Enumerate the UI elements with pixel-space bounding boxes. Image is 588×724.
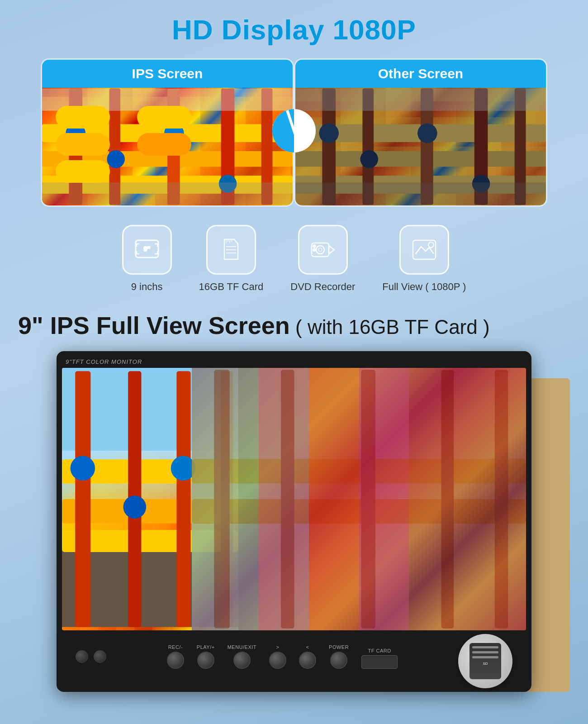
view-icon-box — [399, 225, 449, 275]
main-title: HD Display 1080P — [18, 14, 570, 46]
size-icon-box: 9" — [122, 225, 172, 275]
other-pipes-svg — [295, 88, 546, 205]
ctrl-menu-label: MENU/EXIT — [228, 644, 256, 650]
sd-stripe-3 — [472, 656, 498, 658]
vs-slash: V S — [271, 108, 317, 153]
ctrl-next: > — [269, 644, 286, 669]
svg-rect-60 — [192, 459, 526, 483]
ctrl-menu: MENU/EXIT — [228, 644, 256, 669]
ctrl-prev-label: < — [306, 644, 309, 650]
sd-card-circle: SD — [458, 634, 512, 688]
full-view-icon — [410, 236, 438, 264]
svg-point-8 — [66, 124, 85, 143]
screen-overlay — [192, 368, 526, 630]
svg-point-43 — [313, 245, 315, 248]
svg-point-25 — [319, 124, 339, 143]
svg-point-9 — [107, 150, 125, 168]
page-wrapper: HD Display 1080P IPS Screen — [0, 0, 588, 724]
ips-pipes-svg — [42, 88, 293, 205]
size-label: 9 inchs — [131, 281, 163, 293]
svg-point-42 — [318, 248, 322, 252]
svg-point-58 — [123, 495, 146, 519]
svg-rect-53 — [75, 371, 90, 627]
feature-view: Full View ( 1080P ) — [382, 225, 466, 293]
comparison-section: IPS Screen — [18, 58, 570, 207]
other-screen-box: Other Screen — [294, 58, 547, 207]
view-label: Full View ( 1080P ) — [382, 281, 466, 293]
btn-play[interactable] — [197, 652, 214, 669]
svg-rect-61 — [192, 499, 526, 524]
sd-card-area: SD — [458, 634, 512, 679]
svg-point-57 — [71, 456, 95, 481]
ctrl-power-label: POWER — [329, 644, 349, 650]
btn-next[interactable] — [269, 652, 286, 669]
controls-row: REC/- PLAY/+ MENU/EXIT > — [167, 644, 398, 669]
ctrl-rec: REC/- — [167, 644, 184, 669]
dvd-recorder-icon — [309, 236, 337, 264]
svg-rect-12 — [42, 88, 293, 110]
ips-screen-image — [42, 88, 293, 205]
recorder-label: DVD Recorder — [290, 281, 355, 293]
section-title: 9" IPS Full View Screen ( with 16GB TF C… — [18, 311, 570, 340]
feature-size: 9" 9 inchs — [122, 225, 172, 293]
btn-menu[interactable] — [233, 652, 251, 669]
sd-stripe-2 — [472, 651, 498, 653]
svg-rect-64 — [361, 370, 376, 628]
screen-right-pipes — [192, 368, 526, 630]
svg-rect-63 — [281, 370, 294, 628]
features-row: 9" 9 inchs — [18, 225, 570, 293]
section-title-normal: ( with 16GB TF Card ) — [290, 316, 490, 338]
btn-prev[interactable] — [299, 652, 316, 669]
card-icon-box — [206, 225, 256, 275]
btn-small-2[interactable] — [94, 650, 106, 663]
card-label: 16GB TF Card — [199, 281, 264, 293]
ctrl-play: PLAY/+ — [197, 644, 215, 669]
ctrl-rec-label: REC/- — [168, 644, 183, 650]
svg-rect-13 — [42, 182, 293, 205]
monitor-screen — [62, 368, 526, 630]
monitor-controls: REC/- PLAY/+ MENU/EXIT > — [62, 630, 526, 679]
svg-point-26 — [360, 150, 378, 168]
svg-rect-30 — [295, 182, 546, 205]
ctrl-tf: TF CARD — [361, 648, 398, 669]
svg-rect-29 — [295, 88, 546, 110]
ctrl-play-label: PLAY/+ — [197, 644, 215, 650]
ctrl-tf-label: TF CARD — [368, 648, 391, 653]
ctrl-next-label: > — [276, 644, 280, 650]
ips-screen-label: IPS Screen — [42, 60, 293, 88]
svg-point-47 — [428, 242, 434, 248]
vs-svg: V S — [271, 108, 317, 153]
monitor-wrapper: 9"TFT COLOR MONITOR — [57, 351, 531, 692]
monitor-frame: 9"TFT COLOR MONITOR — [57, 351, 531, 692]
recorder-icon-box — [298, 225, 348, 275]
section-title-bold: 9" IPS Full View Screen — [18, 312, 290, 339]
sd-card-shape: SD — [469, 643, 501, 679]
screen-size-icon: 9" — [133, 236, 161, 264]
btn-power[interactable] — [330, 652, 347, 669]
monitor-top-bar: 9"TFT COLOR MONITOR — [62, 357, 526, 368]
svg-point-44 — [313, 249, 315, 251]
svg-rect-66 — [495, 370, 508, 628]
other-screen-label: Other Screen — [295, 60, 546, 88]
feature-card: 16GB TF Card — [199, 225, 264, 293]
svg-point-27 — [417, 124, 437, 143]
svg-point-10 — [164, 124, 184, 143]
svg-rect-55 — [176, 371, 190, 627]
ips-screen-box: IPS Screen — [41, 58, 294, 207]
svg-marker-45 — [329, 246, 334, 254]
svg-rect-65 — [441, 370, 454, 628]
monitor-section: 9"TFT COLOR MONITOR — [18, 351, 570, 692]
feature-recorder: DVD Recorder — [290, 225, 355, 293]
btn-small-1[interactable] — [76, 650, 88, 663]
sd-stripe-1 — [472, 646, 498, 648]
btn-rec[interactable] — [167, 652, 184, 669]
svg-rect-62 — [214, 370, 230, 628]
monitor-model-text: 9"TFT COLOR MONITOR — [66, 358, 142, 365]
vs-badge: V S — [271, 108, 317, 153]
ctrl-prev: < — [299, 644, 316, 669]
tf-card-slot[interactable] — [361, 655, 398, 669]
svg-text:9": 9" — [143, 245, 150, 252]
svg-point-41 — [316, 246, 324, 254]
ctrl-power: POWER — [329, 644, 349, 669]
sd-card-label: SD — [471, 662, 499, 666]
